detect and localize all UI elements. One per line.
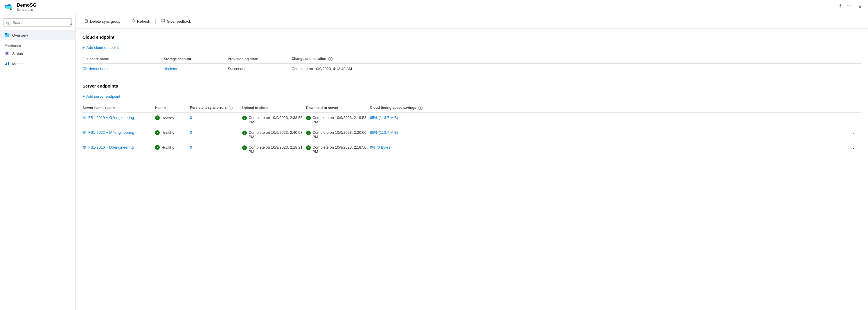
add-server-endpoint-button[interactable]: + Add server endpoint xyxy=(83,93,861,100)
cell-storage-account: afsdemo xyxy=(164,64,228,74)
server-endpoint-row-0: FS1-2019 + G:\engineering Healthy 0 Comp… xyxy=(83,113,861,128)
add-cloud-endpoint-label: Add cloud endpoint xyxy=(87,45,119,50)
sidebar-item-label-metrics: Metrics xyxy=(12,62,24,66)
cell-upload-2: Complete on 10/9/2023, 2:18:21 PM xyxy=(242,142,306,157)
svg-rect-30 xyxy=(84,148,85,149)
sidebar-item-metrics[interactable]: Metrics xyxy=(0,59,75,69)
sync-errors-link-0[interactable]: 0 xyxy=(190,115,192,120)
delete-icon xyxy=(84,19,88,24)
refresh-icon xyxy=(131,19,135,24)
upload-text-2: Complete on 10/9/2023, 2:18:21 PM xyxy=(249,145,303,154)
persistent-sync-errors-info-icon[interactable]: i xyxy=(229,106,233,110)
svg-point-3 xyxy=(847,5,848,6)
sidebar-item-status[interactable]: Status xyxy=(0,49,75,59)
more-options-button[interactable] xyxy=(846,3,852,11)
sidebar-item-overview[interactable]: Overview xyxy=(0,30,75,40)
cell-health-1: Healthy xyxy=(155,128,190,142)
row-more-actions-button-2[interactable]: ⋯ xyxy=(849,145,858,152)
add-server-icon: + xyxy=(83,94,85,98)
download-text-2: Complete on 10/9/2023, 2:18:50 PM xyxy=(312,145,367,154)
download-complete-icon-1 xyxy=(306,131,311,135)
col-header-file-share: File share name xyxy=(83,54,164,64)
feedback-icon xyxy=(161,19,165,24)
upload-text-0: Complete on 10/9/2023, 2:38:55 PM xyxy=(249,115,303,124)
col-header-server-name-path: Server name + path xyxy=(83,103,155,113)
server-endpoint-row-2: FS1-2016 + D:\engineering Healthy 0 Comp… xyxy=(83,142,861,157)
cell-download-2: Complete on 10/9/2023, 2:18:50 PM xyxy=(306,142,370,157)
svg-rect-18 xyxy=(83,117,86,117)
cloud-endpoint-section: Cloud endpoint + Add cloud endpoint File… xyxy=(83,35,861,74)
app-icon xyxy=(5,2,14,11)
cloud-endpoint-row-0: demoshare afsdemo Succeeded Complete on … xyxy=(83,64,861,74)
delete-sync-group-button[interactable]: Delete sync group xyxy=(81,17,123,26)
cell-download-1: Complete on 10/9/2023, 2:20:06 PM xyxy=(306,128,370,142)
upload-complete-icon-2 xyxy=(242,145,247,150)
svg-rect-28 xyxy=(83,146,86,147)
health-check-icon-0 xyxy=(155,115,160,120)
server-name-link-2[interactable]: FS1-2016 + D:\engineering xyxy=(83,145,152,149)
file-share-link[interactable]: demoshare xyxy=(83,66,160,71)
server-endpoints-table: Server name + path Health Persistent syn… xyxy=(83,103,861,157)
toolbar: Delete sync group Refresh Give feedback xyxy=(75,14,868,29)
server-table-header-row: Server name + path Health Persistent syn… xyxy=(83,103,861,113)
cell-health-0: Healthy xyxy=(155,113,190,128)
cell-server-name-1: FS1-2022 + M:\engineering xyxy=(83,128,155,142)
upload-complete-icon-0 xyxy=(242,116,247,120)
health-label-1: Healthy xyxy=(161,131,174,135)
search-icon: 🔍 xyxy=(6,22,10,26)
close-button[interactable]: ✕ xyxy=(857,3,863,11)
server-endpoints-title: Server endpoints xyxy=(83,83,861,88)
metrics-icon xyxy=(5,61,9,66)
cell-cloud-tiering-1: 85% (113.7 MiB) xyxy=(370,128,849,142)
sync-errors-link-2[interactable]: 0 xyxy=(190,145,192,149)
change-enumeration-info-icon[interactable]: i xyxy=(329,57,333,61)
cell-server-name-2: FS1-2016 + D:\engineering xyxy=(83,142,155,157)
add-cloud-endpoint-button[interactable]: + Add cloud endpoint xyxy=(83,44,861,51)
overview-icon xyxy=(5,33,9,38)
col-header-download-to-server: Download to server xyxy=(306,103,370,113)
sidebar-item-label-status: Status xyxy=(12,52,23,56)
cloud-tiering-value-2[interactable]: 0% (0 Bytes) xyxy=(370,145,392,149)
row-more-actions-button-1[interactable]: ⋯ xyxy=(849,130,858,137)
row-more-actions-button-0[interactable]: ⋯ xyxy=(849,115,858,122)
cell-sync-errors-0: 0 xyxy=(190,113,242,128)
cell-row-actions-1: ⋯ xyxy=(849,128,861,142)
svg-rect-13 xyxy=(5,64,6,65)
col-header-upload-to-cloud: Upload to cloud xyxy=(242,103,306,113)
storage-account-link[interactable]: afsdemo xyxy=(164,66,178,71)
monitoring-section-label: Monitoring xyxy=(0,40,75,49)
toolbar-divider-1 xyxy=(126,19,126,24)
download-complete-icon-0 xyxy=(306,116,311,120)
col-header-actions xyxy=(849,103,861,113)
cell-row-actions-2: ⋯ xyxy=(849,142,861,157)
cell-health-2: Healthy xyxy=(155,142,190,157)
cell-upload-0: Complete on 10/9/2023, 2:38:55 PM xyxy=(242,113,306,128)
col-header-health: Health xyxy=(155,103,190,113)
cloud-endpoint-table: File share name Storage account Provisio… xyxy=(83,54,861,74)
cloud-tiering-value-0[interactable]: 85% (113.7 MiB) xyxy=(370,115,398,120)
svg-rect-29 xyxy=(83,147,85,147)
content-area: Delete sync group Refresh Give feedback xyxy=(75,14,868,310)
main-layout: 🔍 « Overview Monitoring xyxy=(0,14,868,310)
sidebar: 🔍 « Overview Monitoring xyxy=(0,14,75,310)
pin-button[interactable] xyxy=(837,3,843,11)
cell-download-0: Complete on 10/9/2023, 2:19:53 PM xyxy=(306,113,370,128)
sync-errors-link-1[interactable]: 0 xyxy=(190,130,192,135)
give-feedback-button[interactable]: Give feedback xyxy=(158,17,194,26)
cloud-tiering-info-icon[interactable]: i xyxy=(418,106,423,110)
server-name-link-0[interactable]: FS1-2019 + G:\engineering xyxy=(83,115,152,120)
server-endpoint-row-1: FS1-2022 + M:\engineering Healthy 0 Comp… xyxy=(83,128,861,142)
cell-file-share-name: demoshare xyxy=(83,64,164,74)
add-server-endpoint-label: Add server endpoint xyxy=(87,94,120,98)
search-input[interactable] xyxy=(3,18,72,27)
svg-rect-9 xyxy=(7,35,9,37)
cloud-tiering-value-1[interactable]: 85% (113.7 MiB) xyxy=(370,130,398,135)
resource-subtitle: Sync group xyxy=(17,8,837,11)
collapse-sidebar-button[interactable]: « xyxy=(69,21,72,26)
refresh-label: Refresh xyxy=(137,19,150,24)
health-check-icon-2 xyxy=(155,145,160,150)
refresh-button[interactable]: Refresh xyxy=(128,17,153,26)
upload-complete-icon-1 xyxy=(242,131,247,135)
server-name-link-1[interactable]: FS1-2022 + M:\engineering xyxy=(83,130,152,135)
svg-rect-21 xyxy=(84,118,85,119)
